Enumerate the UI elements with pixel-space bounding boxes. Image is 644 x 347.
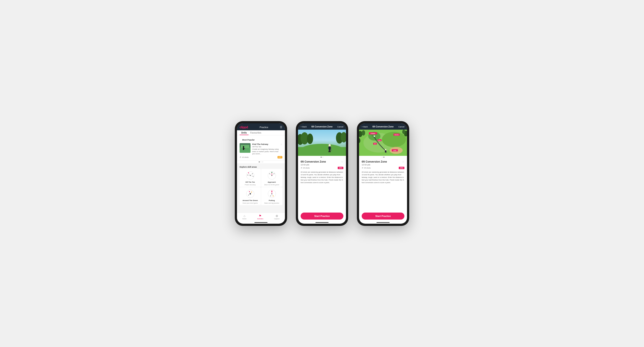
- phone-3: < Back 6ft Conversion Zone Cancel: [357, 121, 409, 226]
- shots-row: ⏱ 20 shots ARG: [301, 167, 343, 169]
- dot-2: [260, 162, 262, 162]
- carousel-dots: [237, 161, 285, 163]
- skill-card-atg[interactable]: Around The Green Hone your short game: [240, 187, 261, 205]
- skill-card-approach[interactable]: Approach Dial-in to hit the green: [261, 169, 282, 187]
- svg-point-65: [402, 130, 405, 134]
- skill-card-ott[interactable]: Off The Tee Power accuracy: [240, 169, 261, 187]
- drill-tag: OTT: [278, 156, 282, 158]
- skill-desc-approach: Dial-in to hit the green: [264, 184, 279, 185]
- info-section-3: 6ft Conversion Zone 10-50 yds ☆ ⏱ 20 sho…: [359, 158, 407, 186]
- tab-favourites[interactable]: Favourites: [248, 130, 263, 135]
- nav-home-label: Home: [242, 218, 246, 220]
- svg-rect-2: [241, 145, 250, 148]
- drill-subtitle: Off The Tee: [252, 146, 280, 148]
- course-map: FAIRWAY ROUGH Miss Hit SAND: [359, 130, 407, 156]
- clock-icon: ⏱: [240, 156, 241, 158]
- svg-rect-55: [330, 151, 331, 152]
- skill-name-atg: Around The Green: [242, 199, 258, 201]
- svg-point-76: [374, 136, 375, 137]
- back-button-3[interactable]: < Back: [362, 126, 368, 128]
- capture-icon: ⊕: [276, 214, 278, 218]
- skill-card-putting[interactable]: Putting Make and lag practice: [261, 187, 282, 205]
- img-dot-3-2: [384, 157, 384, 158]
- ott-icon: [246, 171, 255, 180]
- home-indicator-2: [316, 222, 328, 223]
- phone-2: < Back 6ft Conversion Zone Cancel: [296, 121, 348, 226]
- nav-home[interactable]: ⌂ Home: [242, 214, 246, 220]
- svg-rect-1: [240, 148, 250, 153]
- shots-label: ⏱ 10 shots: [240, 156, 248, 158]
- svg-point-31: [248, 195, 249, 196]
- drill-header: 6ft Conversion Zone 10-50 yds ☆: [301, 160, 343, 166]
- drill-title: Find The Fairway: [252, 143, 280, 146]
- phone2-header: < Back 6ft Conversion Zone Cancel: [298, 123, 346, 130]
- tabs-bar: Drills Favourites: [237, 130, 285, 135]
- svg-point-39: [273, 196, 274, 196]
- svg-point-29: [249, 191, 250, 192]
- svg-point-13: [252, 173, 253, 174]
- svg-point-3: [243, 146, 244, 147]
- svg-point-77: [385, 149, 386, 151]
- skill-desc-putting: Make and lag practice: [264, 202, 279, 204]
- fav-icon-3[interactable]: ☆: [402, 160, 404, 163]
- drill-description: 20 shots are randomly generated at dista…: [301, 171, 343, 184]
- skill-name-ott: Off The Tee: [246, 181, 255, 183]
- menu-icon[interactable]: ☰: [280, 126, 282, 129]
- home-icon: ⌂: [244, 214, 245, 218]
- bottom-nav: ⌂ Home ⚑ Activities ⊕ Capture: [237, 213, 285, 221]
- svg-point-37: [271, 191, 272, 192]
- skill-desc-ott: Power accuracy: [245, 184, 256, 185]
- cancel-button-3[interactable]: Cancel: [398, 126, 404, 128]
- main-content: Most Popular: [237, 135, 285, 213]
- info-section: 6ft Conversion Zone 10-50 yds ☆ ⏱ 20 sho…: [298, 158, 346, 186]
- skill-grid: Off The Tee Power accuracy: [237, 169, 285, 205]
- drill-item[interactable]: Find The Fairway Off The Tee Create an i…: [240, 143, 282, 155]
- svg-text:Miss: Miss: [378, 140, 381, 141]
- favourite-icon[interactable]: ☆: [280, 143, 282, 155]
- drill-name-3: 6ft Conversion Zone: [362, 160, 387, 163]
- start-practice-button-3[interactable]: Start Practice: [362, 213, 404, 220]
- cancel-button[interactable]: Cancel: [337, 126, 343, 128]
- drill-content-3: 6ft Conversion Zone 10-50 yds ☆ ⏱ 20 sho…: [359, 158, 407, 211]
- app-logo: clippd: [240, 126, 248, 129]
- map-svg: FAIRWAY ROUGH Miss Hit SAND: [359, 130, 407, 156]
- approach-icon: [267, 171, 277, 180]
- fav-icon[interactable]: ☆: [341, 160, 343, 163]
- nav-capture-label: Capture: [274, 218, 280, 220]
- svg-point-43: [307, 134, 313, 144]
- phone1-header: clippd Practice ☰: [237, 123, 285, 130]
- drill-range-3: 10-50 yds: [362, 164, 387, 166]
- shots-info: ⏱ 20 shots: [301, 167, 310, 169]
- shots-row-3: ⏱ 20 shots ARG: [362, 167, 404, 169]
- putting-icon: [267, 189, 277, 199]
- home-indicator: [254, 222, 268, 223]
- start-practice-button[interactable]: Start Practice: [301, 213, 343, 220]
- header-title-3: 6ft Conversion Zone: [372, 126, 394, 128]
- shots-info-3: ⏱ 20 shots: [362, 167, 370, 169]
- svg-point-38: [270, 196, 271, 196]
- activities-icon: ⚑: [259, 214, 262, 218]
- drill-info: Find The Fairway Off The Tee Create an i…: [252, 143, 282, 155]
- thumbnail-image: [240, 143, 250, 153]
- dot-3: [262, 162, 263, 162]
- course-photo: [298, 130, 346, 156]
- tab-drills[interactable]: Drills: [240, 130, 248, 135]
- arg-tag-3: ARG: [399, 167, 404, 169]
- svg-point-22: [269, 173, 270, 174]
- back-button[interactable]: < Back: [301, 126, 307, 128]
- most-popular-section: Most Popular: [237, 135, 285, 160]
- nav-capture[interactable]: ⊕ Capture: [274, 214, 280, 220]
- drill-meta: ⏱ 10 shots OTT: [240, 156, 282, 158]
- dot-1: [259, 162, 260, 162]
- explore-section: Explore skill areas: [237, 165, 285, 207]
- skill-desc-atg: Hone your short game: [243, 202, 258, 204]
- drill-header-3: 6ft Conversion Zone 10-50 yds ☆: [362, 160, 404, 166]
- svg-rect-47: [298, 147, 346, 156]
- clock-icon-2: ⏱: [301, 167, 302, 169]
- svg-point-23: [274, 173, 274, 174]
- svg-point-30: [251, 192, 252, 192]
- svg-point-21: [271, 172, 272, 173]
- header-title: 6ft Conversion Zone: [312, 126, 333, 128]
- nav-activities[interactable]: ⚑ Activities: [257, 214, 263, 220]
- atg-icon: [246, 189, 255, 199]
